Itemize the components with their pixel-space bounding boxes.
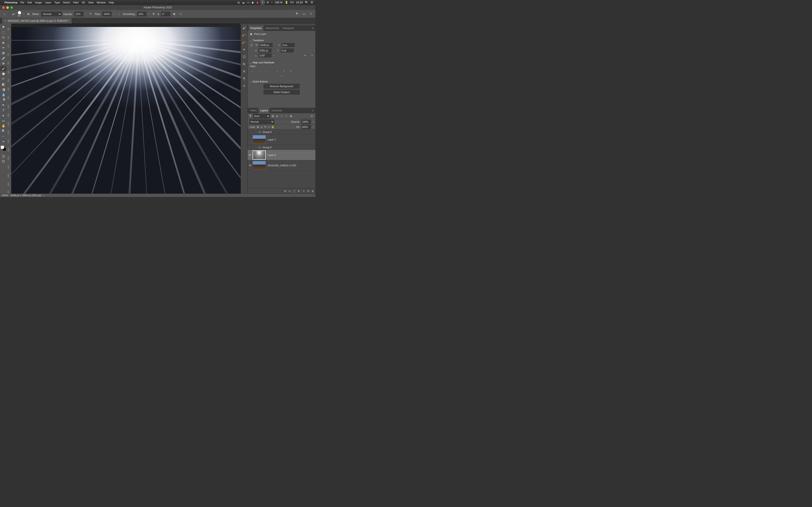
layer-name[interactable]: Group 6 bbox=[263, 130, 272, 133]
rotation-input[interactable] bbox=[258, 53, 272, 57]
lock-all-icon[interactable]: 🔒 bbox=[271, 125, 274, 128]
tab-channels[interactable]: Channels bbox=[270, 108, 284, 113]
layer-fill-input[interactable] bbox=[301, 125, 311, 129]
transform-section-title[interactable]: Transform bbox=[250, 39, 313, 42]
menu-type[interactable]: Type bbox=[54, 1, 60, 4]
align-top-icon[interactable]: ⫝ bbox=[275, 69, 280, 73]
layer-item[interactable]: Layer 7 bbox=[248, 134, 315, 145]
paragraph-panel-icon[interactable]: ¶ bbox=[242, 76, 247, 81]
new-group-icon[interactable]: 🗀 bbox=[302, 190, 305, 192]
status-app-icon[interactable]: ◐ bbox=[252, 1, 254, 4]
menu-layer[interactable]: Layer bbox=[45, 1, 51, 4]
clock-day[interactable]: Fri bbox=[291, 1, 294, 4]
brush-settings-panel-icon[interactable]: 🖌M bbox=[242, 33, 247, 38]
eyedropper-tool[interactable]: 💉 bbox=[0, 56, 6, 61]
layer-filter-select[interactable]: Kind bbox=[253, 114, 270, 118]
move-tool[interactable]: ✥ bbox=[0, 24, 6, 30]
path-select-tool[interactable]: ▸ bbox=[0, 113, 6, 118]
color-swap-icon[interactable]: ⇄ bbox=[0, 139, 6, 144]
menu-edit[interactable]: Edit bbox=[28, 1, 32, 4]
clock-time[interactable]: 14:10 bbox=[296, 1, 303, 4]
flip-h-icon[interactable]: ⇋ bbox=[304, 54, 306, 57]
expand-arrow-icon[interactable]: › bbox=[256, 131, 258, 133]
layer-name[interactable]: Layer 9 bbox=[267, 154, 276, 156]
layer-name[interactable]: Group 5 bbox=[263, 146, 272, 149]
menu-view[interactable]: View bbox=[88, 1, 94, 4]
lock-pixels-icon[interactable]: 🖌 bbox=[260, 126, 263, 128]
blur-tool[interactable]: 💧 bbox=[0, 92, 6, 97]
close-tab-icon[interactable]: ✕ bbox=[5, 19, 6, 22]
filter-type-icon[interactable]: T bbox=[280, 114, 284, 118]
quick-select-tool[interactable]: ⬖ bbox=[0, 40, 6, 45]
layer-blend-select[interactable]: Normal bbox=[249, 119, 274, 124]
menu-3d[interactable]: 3D bbox=[82, 1, 85, 4]
tab-layers[interactable]: Layers bbox=[258, 108, 270, 113]
lock-artboard-icon[interactable]: ▭ bbox=[267, 125, 270, 128]
filter-shape-icon[interactable]: ▱ bbox=[285, 114, 288, 118]
marquee-tool[interactable]: ⬚ bbox=[0, 30, 6, 35]
pressure-size-icon[interactable]: ◉ bbox=[172, 12, 176, 16]
edit-toolbar[interactable]: ⋯ bbox=[0, 134, 6, 139]
spotlight-icon[interactable]: 🔍 bbox=[305, 1, 308, 4]
lock-position-icon[interactable]: ✥ bbox=[264, 125, 266, 128]
status-a-icon[interactable]: A bbox=[261, 1, 264, 4]
layers-menu-icon[interactable]: ≡ bbox=[311, 109, 314, 112]
menu-file[interactable]: File bbox=[20, 1, 24, 4]
smoothing-settings-icon[interactable]: ⚙ bbox=[151, 12, 156, 16]
lasso-tool[interactable]: ⊙ bbox=[0, 35, 6, 40]
x-input[interactable] bbox=[282, 43, 295, 47]
tab-adjustments[interactable]: Adjustments bbox=[263, 25, 281, 31]
layer-thumbnail[interactable] bbox=[253, 135, 266, 144]
lock-transparency-icon[interactable]: ▦ bbox=[257, 125, 259, 128]
doc-info[interactable]: 5048 px x 3365 px (300 ppi) bbox=[10, 194, 41, 197]
layer-item[interactable]: 👁20161029_144615-2.CR2 bbox=[248, 160, 315, 171]
panel-menu-icon[interactable]: ≡ bbox=[311, 27, 314, 30]
search-icon[interactable]: 🔍 bbox=[295, 12, 300, 16]
shape-tool[interactable]: ▭ bbox=[0, 118, 6, 123]
dodge-tool[interactable]: 🔎 bbox=[0, 97, 6, 102]
fx-panel-icon[interactable]: fx bbox=[242, 62, 247, 66]
layer-thumbnail[interactable] bbox=[253, 151, 266, 160]
eraser-tool[interactable]: ◧ bbox=[0, 82, 6, 87]
menu-select[interactable]: Select bbox=[63, 1, 70, 4]
menu-image[interactable]: Image bbox=[35, 1, 42, 4]
status-red-icon[interactable]: ◉ bbox=[256, 1, 258, 4]
layer-name[interactable]: 20161029_144615-2.CR2 bbox=[267, 164, 296, 167]
smoothing-input[interactable] bbox=[137, 12, 146, 16]
link-wh-icon[interactable]: ⛓ bbox=[250, 43, 253, 48]
align-vcenter-icon[interactable]: ⫛ bbox=[282, 69, 286, 73]
status-display-icon[interactable]: ▭ bbox=[247, 1, 249, 4]
screenmode-tool[interactable]: ⊡ bbox=[0, 159, 6, 164]
color-swatches[interactable] bbox=[1, 146, 6, 151]
workspace-icon[interactable]: ▭ bbox=[302, 12, 306, 16]
layer-mask-icon[interactable]: ◯ bbox=[293, 189, 296, 192]
tab-properties[interactable]: Properties bbox=[249, 25, 263, 31]
ruler-origin[interactable] bbox=[7, 23, 11, 27]
menu-icon[interactable]: ☰ bbox=[311, 1, 313, 4]
wifi-icon[interactable]: ⧜ bbox=[271, 1, 272, 4]
flow-input[interactable] bbox=[102, 12, 111, 16]
width-input[interactable] bbox=[259, 43, 272, 47]
zoom-tool[interactable]: 🔍 bbox=[0, 128, 6, 133]
status-cc-icon[interactable]: ◎ bbox=[238, 1, 240, 4]
filter-pixel-icon[interactable]: ▦ bbox=[271, 114, 274, 118]
flip-v-icon[interactable]: ⥮ bbox=[311, 54, 313, 57]
history-brush-tool[interactable]: ↶ bbox=[0, 76, 6, 81]
glyphs-panel-icon[interactable]: A bbox=[242, 83, 247, 88]
window-zoom-button[interactable] bbox=[10, 6, 13, 9]
more-options-icon[interactable]: ••• bbox=[250, 75, 313, 77]
brush-tool[interactable]: 🖌 bbox=[0, 66, 6, 71]
brush-icon[interactable]: 🖌▾ bbox=[11, 12, 16, 16]
align-right-icon[interactable]: ⫠ bbox=[263, 69, 268, 73]
home-icon[interactable]: ⌂ bbox=[2, 12, 7, 16]
align-bottom-icon[interactable]: ⫚ bbox=[289, 69, 293, 73]
status-sync-icon[interactable]: ⟳ bbox=[267, 1, 269, 4]
crop-tool[interactable]: ✂ bbox=[0, 45, 6, 50]
link-layers-icon[interactable]: ⛓ bbox=[284, 190, 286, 192]
blend-mode-select[interactable]: Normal bbox=[41, 12, 62, 16]
frame-tool[interactable]: ⊠ bbox=[0, 51, 6, 55]
new-layer-icon[interactable]: ⊞ bbox=[307, 189, 309, 192]
layer-fx-icon[interactable]: fx bbox=[289, 190, 291, 192]
filter-smart-icon[interactable]: ▣ bbox=[289, 114, 293, 118]
window-minimize-button[interactable] bbox=[6, 6, 9, 9]
